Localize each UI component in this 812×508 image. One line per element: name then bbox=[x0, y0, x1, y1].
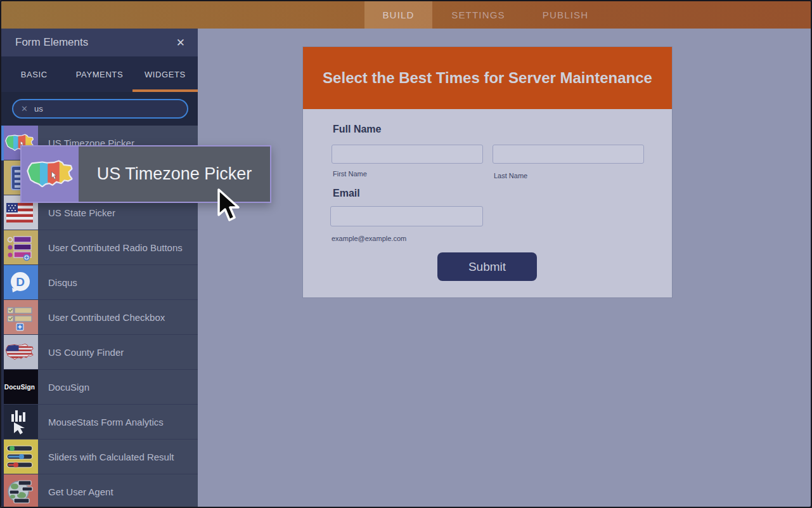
tab-publish[interactable]: PUBLISH bbox=[524, 1, 607, 29]
email-sublabel: example@example.com bbox=[332, 235, 406, 242]
last-name-input[interactable] bbox=[493, 145, 644, 164]
first-name-input[interactable] bbox=[332, 145, 483, 164]
checkbox-icon bbox=[1, 300, 38, 334]
panel-header: Form Elements ✕ bbox=[1, 29, 198, 56]
list-left-edge bbox=[1, 126, 4, 508]
panel-tabs: BASIC PAYMENTS WIDGETS bbox=[1, 56, 198, 92]
form-header: Select the Best Times for Server Mainten… bbox=[303, 47, 672, 109]
panel-title: Form Elements bbox=[15, 36, 174, 49]
submit-button[interactable]: Submit bbox=[437, 252, 537, 281]
form-body: Full Name First Name Last Name Email exa… bbox=[303, 109, 672, 297]
form-title: Select the Best Times for Server Mainten… bbox=[323, 69, 652, 87]
mousestats-icon bbox=[1, 405, 38, 439]
active-item-indicator bbox=[1, 126, 4, 160]
disqus-icon: D bbox=[1, 265, 38, 299]
tab-widgets[interactable]: WIDGETS bbox=[132, 56, 198, 92]
us-timezone-map-icon bbox=[22, 147, 79, 202]
form-preview-card: Select the Best Times for Server Mainten… bbox=[303, 47, 672, 297]
form-elements-panel: Form Elements ✕ BASIC PAYMENTS WIDGETS ✕… bbox=[1, 29, 198, 508]
svg-text:D: D bbox=[16, 275, 25, 289]
tab-settings[interactable]: SETTINGS bbox=[432, 1, 524, 29]
form-builder-screen: BUILD SETTINGS PUBLISH Select the Best T… bbox=[0, 0, 812, 508]
sliders-icon bbox=[1, 440, 38, 474]
search-row: ✕ bbox=[1, 92, 198, 126]
first-name-sublabel: First Name bbox=[333, 170, 367, 178]
search-input[interactable] bbox=[34, 104, 161, 114]
widget-item-sliders-with-calculated-result[interactable]: Sliders with Calculated Result bbox=[1, 440, 198, 474]
clear-search-icon[interactable]: ✕ bbox=[21, 104, 28, 114]
widget-item-get-user-agent[interactable]: Get User Agent bbox=[1, 474, 198, 508]
email-label: Email bbox=[333, 188, 360, 199]
widget-item-mousestats-form-analytics[interactable]: MouseStats Form Analytics bbox=[1, 405, 198, 440]
full-name-label: Full Name bbox=[333, 124, 381, 135]
tab-build[interactable]: BUILD bbox=[364, 1, 432, 29]
widget-item-user-contributed-radio-buttons[interactable]: User Contributed Radio Buttons bbox=[1, 230, 198, 265]
widget-item-disqus[interactable]: D Disqus bbox=[1, 265, 198, 300]
user-agent-globe-icon bbox=[1, 474, 38, 508]
mouse-cursor-icon bbox=[216, 188, 248, 226]
widget-item-docusign[interactable]: DocuSign DocuSign bbox=[1, 370, 198, 405]
tab-basic[interactable]: BASIC bbox=[1, 56, 67, 92]
email-input[interactable] bbox=[330, 206, 483, 226]
last-name-sublabel: Last Name bbox=[494, 172, 527, 179]
widget-item-us-county-finder[interactable]: US County Finder bbox=[1, 335, 198, 370]
search-field[interactable]: ✕ bbox=[12, 99, 188, 119]
docusign-icon: DocuSign bbox=[1, 370, 38, 404]
widget-item-user-contributed-checkbox[interactable]: User Contributed Checkbox bbox=[1, 300, 198, 335]
close-icon[interactable]: ✕ bbox=[174, 35, 188, 51]
tab-payments[interactable]: PAYMENTS bbox=[67, 56, 132, 92]
top-navigation-bar: BUILD SETTINGS PUBLISH bbox=[1, 1, 811, 29]
us-county-map-icon bbox=[1, 335, 38, 369]
radio-buttons-icon bbox=[1, 230, 38, 264]
